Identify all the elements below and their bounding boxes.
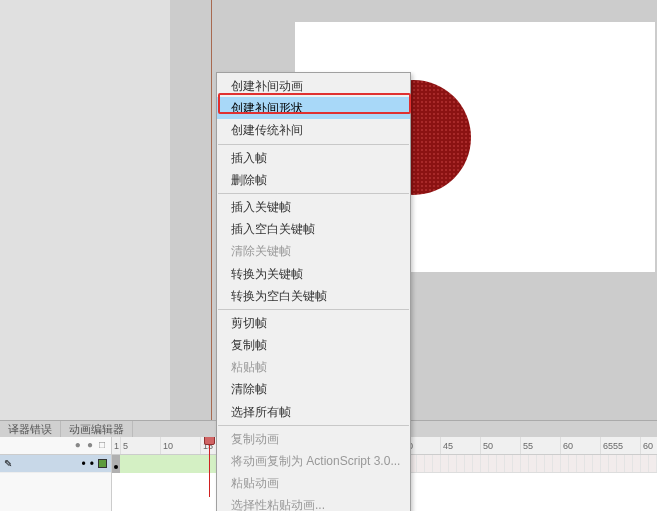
menu-select-all-frames[interactable]: 选择所有帧 [217,401,410,423]
ruler-mark: 1 [112,437,120,454]
menu-delete-frame[interactable]: 删除帧 [217,169,410,191]
menu-separator [218,309,409,310]
ruler-mark: 55 [520,437,560,454]
menu-insert-frame[interactable]: 插入帧 [217,147,410,169]
menu-copy-frames[interactable]: 复制帧 [217,334,410,356]
menu-insert-keyframe[interactable]: 插入关键帧 [217,196,410,218]
tab-compiler-errors[interactable]: 译器错误 [0,421,61,437]
menu-clear-frames[interactable]: 清除帧 [217,378,410,400]
menu-cut-frames[interactable]: 剪切帧 [217,312,410,334]
menu-convert-to-keyframe[interactable]: 转换为关键帧 [217,263,410,285]
eye-icon[interactable]: ● [75,439,81,452]
pasteboard-left [0,0,170,420]
layer-color-swatch[interactable] [98,459,107,468]
menu-create-classic-tween[interactable]: 创建传统补间 [217,119,410,141]
ruler-mark: 60 [560,437,600,454]
guide-line[interactable] [211,0,212,420]
timeline-context-menu: 创建补间动画 创建补间形状 创建传统补间 插入帧 删除帧 插入关键帧 插入空白关… [216,72,411,511]
outline-icon[interactable]: □ [99,439,105,452]
menu-paste-frames: 粘贴帧 [217,356,410,378]
menu-convert-to-blank-keyframe[interactable]: 转换为空白关键帧 [217,285,410,307]
dot-icon: • [82,457,86,471]
ruler-mark: 45 [440,437,480,454]
playhead-cap[interactable] [204,437,215,445]
menu-create-shape-tween[interactable]: 创建补间形状 [217,97,410,119]
tab-motion-editor[interactable]: 动画编辑器 [61,421,133,437]
playhead[interactable] [209,437,210,497]
menu-separator [218,193,409,194]
menu-separator [218,144,409,145]
layer-column-header: ● ● □ [0,437,111,455]
keyframe[interactable] [112,455,120,473]
ruler-mark: 60 [640,437,657,454]
menu-paste-motion: 粘贴动画 [217,472,410,494]
menu-separator [218,425,409,426]
layers-column: ● ● □ ✎ • • [0,437,112,511]
menu-insert-blank-keyframe[interactable]: 插入空白关键帧 [217,218,410,240]
lock-icon[interactable]: ● [87,439,93,452]
ruler-mark: 6555 [600,437,640,454]
menu-create-motion-tween[interactable]: 创建补间动画 [217,75,410,97]
layer-row[interactable]: ✎ • • [0,455,111,473]
ruler-mark: 5 [120,437,160,454]
menu-copy-motion: 复制动画 [217,428,410,450]
pencil-icon: ✎ [4,458,12,469]
dot-icon: • [90,457,94,471]
ruler-mark: 10 [160,437,200,454]
menu-clear-keyframe: 清除关键帧 [217,240,410,262]
ruler-mark: 50 [480,437,520,454]
menu-paste-motion-special: 选择性粘贴动画... [217,494,410,511]
menu-copy-as-as3: 将动画复制为 ActionScript 3.0... [217,450,410,472]
